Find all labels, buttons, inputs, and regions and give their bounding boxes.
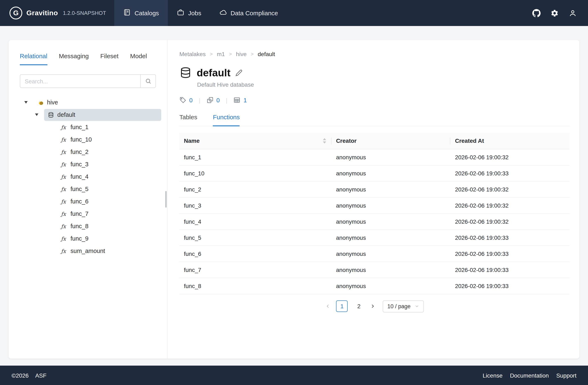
cell-name: func_3 xyxy=(179,197,332,213)
page-size-select[interactable]: 10 / page xyxy=(383,300,424,312)
cloud-check-icon xyxy=(219,9,227,17)
page-subtitle: Default Hive database xyxy=(197,81,569,88)
tree-item-label: sum_amount xyxy=(70,248,105,254)
tree-item-catalog-hive[interactable]: hive xyxy=(9,96,167,109)
github-button[interactable] xyxy=(532,9,541,17)
breadcrumb: Metalakes > m1 > hive > default xyxy=(179,51,569,57)
function-icon: ƒx xyxy=(60,136,67,143)
footer-org-link[interactable]: ASF xyxy=(35,372,46,379)
tree-item-function[interactable]: ƒx func_1 xyxy=(9,121,167,133)
footer-links: License Documentation Support xyxy=(483,372,576,379)
selected-tree-item[interactable]: default xyxy=(44,109,161,121)
caret-down-icon[interactable] xyxy=(24,101,28,104)
tree-item-function[interactable]: ƒx func_2 xyxy=(9,146,167,158)
column-header-label: Name xyxy=(184,138,200,144)
column-header-name[interactable]: Name xyxy=(179,133,332,149)
breadcrumb-item-default: default xyxy=(258,51,275,57)
tree-item-label: func_7 xyxy=(70,210,88,217)
caret-down-icon[interactable] xyxy=(35,113,38,116)
cell-created-at: 2026-02-06 19:00:32 xyxy=(450,197,569,213)
tab-relational[interactable]: Relational xyxy=(20,52,47,65)
briefcase-icon xyxy=(177,9,185,17)
function-icon: ƒx xyxy=(60,174,67,180)
brand-version: 1.2.0-SNAPSHOT xyxy=(63,10,106,16)
sidebar: Relational Messaging Fileset Model hive xyxy=(9,40,168,359)
table-row: func_10 anonymous 2026-02-06 19:00:33 xyxy=(179,165,569,181)
copyright: ©2026 xyxy=(12,372,29,379)
tab-tables[interactable]: Tables xyxy=(179,113,197,126)
tree-item-function[interactable]: ƒx func_10 xyxy=(9,133,167,146)
footer-link-documentation[interactable]: Documentation xyxy=(510,372,549,379)
tree-item-label: func_10 xyxy=(70,136,92,143)
search-button[interactable] xyxy=(140,74,156,88)
search-input[interactable] xyxy=(20,74,140,88)
tree-item-label: func_6 xyxy=(70,198,88,205)
cell-creator: anonymous xyxy=(332,165,450,181)
tree-item-function[interactable]: ƒx func_8 xyxy=(9,220,167,232)
tree-item-function[interactable]: ƒx func_9 xyxy=(9,232,167,245)
pagination-next-button[interactable] xyxy=(370,303,376,309)
tree-item-label: func_1 xyxy=(70,124,88,130)
breadcrumb-separator: > xyxy=(229,51,232,57)
cell-name: func_2 xyxy=(179,181,332,197)
function-icon: ƒx xyxy=(60,149,67,155)
function-icon: ƒx xyxy=(60,186,67,192)
pagination-page-2[interactable]: 2 xyxy=(353,300,365,312)
tab-functions[interactable]: Functions xyxy=(213,113,240,126)
cell-creator: anonymous xyxy=(332,149,450,165)
nav-item-data-compliance[interactable]: Data Compliance xyxy=(210,0,287,26)
tree-item-function[interactable]: ƒx func_3 xyxy=(9,158,167,170)
nav-item-jobs[interactable]: Jobs xyxy=(168,0,210,26)
sidebar-tabs: Relational Messaging Fileset Model xyxy=(9,52,167,65)
settings-button[interactable] xyxy=(550,9,559,17)
stat-tables: 1 xyxy=(233,97,247,104)
tree-item-function[interactable]: ƒx sum_amount xyxy=(9,245,167,257)
tree-item-schema-default[interactable]: default xyxy=(9,109,167,121)
table-row: func_7 anonymous 2026-02-06 19:00:33 xyxy=(179,262,569,278)
breadcrumb-item-m1[interactable]: m1 xyxy=(217,51,225,57)
function-icon: ƒx xyxy=(60,223,67,229)
cell-name: func_6 xyxy=(179,246,332,262)
column-header-creator: Creator xyxy=(332,133,450,149)
function-icon: ƒx xyxy=(60,161,67,167)
tree-item-label: func_9 xyxy=(70,235,88,242)
sort-icon[interactable] xyxy=(323,138,326,143)
user-icon xyxy=(569,9,577,17)
tree-item-function[interactable]: ƒx func_7 xyxy=(9,207,167,220)
cell-creator: anonymous xyxy=(332,278,450,294)
brand-name: Gravitino xyxy=(26,9,58,17)
nav-item-label: Jobs xyxy=(188,9,201,17)
chevron-right-icon xyxy=(370,303,376,309)
hive-icon xyxy=(38,99,44,105)
pagination-prev-button[interactable] xyxy=(325,303,331,309)
footer-link-support[interactable]: Support xyxy=(556,372,576,379)
catalog-tree: hive default ƒx func_1 ƒx xyxy=(9,96,167,257)
tree-item-label: func_5 xyxy=(70,186,88,192)
stats-row: 0 | 0 | 1 xyxy=(179,97,569,104)
user-button[interactable] xyxy=(569,9,577,17)
pagination: 1 2 10 / page xyxy=(179,300,569,312)
cell-created-at: 2026-02-06 19:00:33 xyxy=(450,278,569,294)
table-header-row: Name Creator Created At xyxy=(179,133,569,149)
column-header-label: Created At xyxy=(455,138,484,144)
footer-link-license[interactable]: License xyxy=(483,372,503,379)
brand[interactable]: G Gravitino 1.2.0-SNAPSHOT xyxy=(0,7,114,19)
tab-fileset[interactable]: Fileset xyxy=(100,52,119,65)
tree-item-function[interactable]: ƒx func_4 xyxy=(9,170,167,183)
function-icon: ƒx xyxy=(60,198,67,204)
tab-model[interactable]: Model xyxy=(130,52,147,65)
sidebar-scrollbar-thumb[interactable] xyxy=(165,191,167,207)
tab-messaging[interactable]: Messaging xyxy=(59,52,89,65)
pagination-page-1[interactable]: 1 xyxy=(336,300,348,312)
edit-button[interactable] xyxy=(235,69,242,76)
column-header-created-at: Created At xyxy=(450,133,569,149)
breadcrumb-item-metalakes[interactable]: Metalakes xyxy=(179,51,206,57)
tree-item-function[interactable]: ƒx func_5 xyxy=(9,183,167,195)
tree-item-function[interactable]: ƒx func_6 xyxy=(9,195,167,207)
app-root: G Gravitino 1.2.0-SNAPSHOT Catalogs Jobs xyxy=(0,0,588,385)
cell-name: func_4 xyxy=(179,213,332,229)
cell-creator: anonymous xyxy=(332,197,450,213)
nav-item-catalogs[interactable]: Catalogs xyxy=(114,0,168,26)
cell-name: func_7 xyxy=(179,262,332,278)
breadcrumb-item-hive[interactable]: hive xyxy=(236,51,247,57)
